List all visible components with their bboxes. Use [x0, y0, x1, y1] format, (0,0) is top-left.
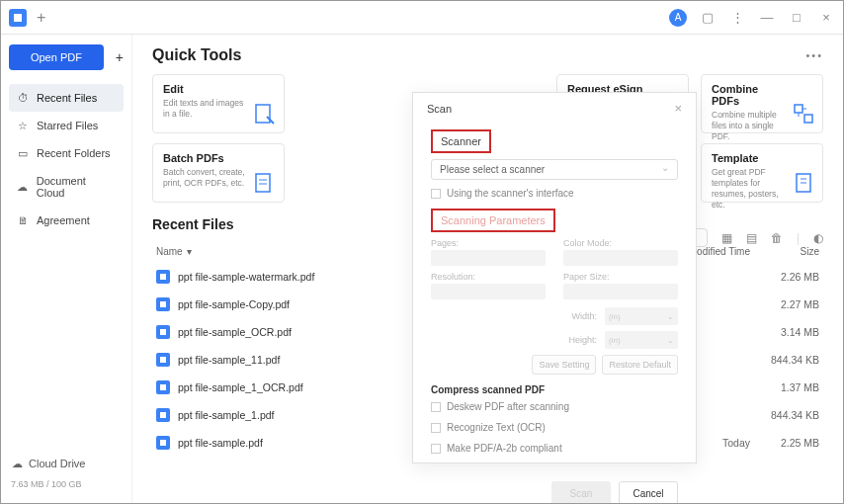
sidebar-item-recent-files[interactable]: ⏱Recent Files	[9, 84, 124, 112]
new-tab-icon[interactable]: +	[37, 9, 45, 27]
grid-large-icon[interactable]: ▦	[721, 231, 732, 245]
cloud-drive[interactable]: ☁ Cloud Drive	[9, 452, 124, 475]
height-input[interactable]: (in)	[605, 331, 678, 349]
card-desc: Edit texts and images in a file.	[163, 98, 250, 120]
pdf-file-icon	[156, 436, 170, 450]
sidebar-item-recent-folders[interactable]: ▭Recent Folders	[9, 139, 124, 167]
quick-tool-combine-pdfs[interactable]: Combine PDFsCombine multiple files into …	[701, 74, 823, 133]
cancel-button[interactable]: Cancel	[619, 481, 678, 503]
paper-size-input[interactable]	[563, 284, 678, 299]
sidebar-item-label: Agreement	[37, 214, 90, 226]
cloud-drive-label: Cloud Drive	[29, 458, 85, 469]
pdf-file-icon	[156, 297, 170, 311]
quick-tool-template[interactable]: TemplateGet great PDF templates for resu…	[701, 143, 823, 203]
kebab-menu-icon[interactable]: ⋮	[728, 10, 746, 25]
card-icon	[793, 103, 814, 125]
scan-dialog: Scan × Scanner Please select a scanner U…	[412, 92, 697, 463]
sidebar-icon: ☁	[17, 181, 29, 193]
save-setting-button[interactable]: Save Setting	[532, 355, 596, 375]
sidebar-icon: ☆	[17, 120, 29, 131]
checkbox-icon	[431, 189, 441, 199]
storage-usage: 7.63 MB / 100 GB	[9, 475, 124, 493]
svg-rect-7	[804, 115, 812, 123]
main-panel: Quick Tools ••• EditEdit texts and image…	[132, 35, 843, 503]
pdf-file-icon	[156, 325, 170, 339]
resolution-label: Resolution:	[431, 272, 546, 282]
col-size-header[interactable]: Size	[750, 246, 819, 257]
svg-rect-0	[256, 105, 270, 123]
card-title: Combine PDFs	[712, 83, 789, 107]
scan-button[interactable]: Scan	[551, 481, 611, 503]
pages-label: Pages:	[431, 238, 546, 248]
scan-params-label: Scanning Parameters	[431, 209, 555, 232]
file-size: 844.34 KB	[750, 354, 819, 366]
svg-rect-1	[256, 174, 270, 192]
close-window-icon[interactable]: ×	[817, 10, 835, 25]
restore-default-button[interactable]: Restore Default	[602, 355, 678, 375]
add-icon[interactable]: +	[116, 49, 124, 65]
file-size: 2.27 MB	[750, 298, 819, 310]
app-logo	[9, 9, 27, 27]
card-title: Edit	[163, 83, 250, 95]
pdf-file-icon	[156, 380, 170, 394]
pane-icon[interactable]: ▢	[699, 10, 717, 25]
quick-tools-title: Quick Tools	[152, 46, 241, 64]
maximize-icon[interactable]: □	[788, 10, 805, 25]
file-size: 844.34 KB	[750, 409, 819, 421]
file-size: 3.14 MB	[750, 326, 819, 338]
ocr-checkbox[interactable]: Recognize Text (OCR)	[431, 422, 678, 433]
use-interface-checkbox[interactable]: Using the scanner's interface	[431, 188, 678, 199]
card-icon	[254, 103, 276, 125]
sidebar-item-label: Starred Files	[37, 120, 98, 131]
sidebar-icon: 🗎	[17, 214, 29, 226]
quick-tool-edit[interactable]: EditEdit texts and images in a file.	[152, 74, 285, 133]
more-icon[interactable]: •••	[805, 49, 823, 61]
color-mode-input[interactable]	[563, 250, 678, 266]
pdfa-checkbox[interactable]: Make PDF/A-2b compliant	[431, 443, 678, 454]
file-size: 1.37 MB	[750, 381, 819, 393]
sidebar-item-document-cloud[interactable]: ☁Document Cloud	[9, 167, 124, 207]
open-pdf-button[interactable]: Open PDF	[9, 44, 104, 70]
scanner-section-label: Scanner	[431, 129, 491, 153]
pdf-file-icon	[156, 408, 170, 422]
resolution-input[interactable]	[431, 284, 546, 299]
height-label: Height:	[548, 335, 597, 345]
minimize-icon[interactable]: —	[758, 10, 776, 25]
svg-rect-6	[795, 105, 802, 113]
pdf-file-icon	[156, 353, 170, 367]
divider: |	[797, 231, 800, 245]
paper-size-label: Paper Size:	[563, 272, 678, 282]
card-title: Batch PDFs	[163, 152, 250, 164]
sidebar-item-label: Document Cloud	[37, 175, 116, 199]
file-size: 2.26 MB	[750, 271, 819, 283]
deskew-checkbox[interactable]: Deskew PDF after scanning	[431, 401, 678, 412]
sidebar-icon: ⏱	[17, 92, 29, 104]
sort-icon: ▾	[187, 246, 192, 257]
pages-input[interactable]	[431, 250, 546, 266]
scanner-select[interactable]: Please select a scanner	[431, 159, 678, 180]
sidebar-item-starred-files[interactable]: ☆Starred Files	[9, 112, 124, 139]
width-label: Width:	[548, 311, 597, 321]
card-icon	[793, 172, 814, 194]
delete-icon[interactable]: 🗑	[771, 231, 783, 245]
sidebar: Open PDF + ⏱Recent Files☆Starred Files▭R…	[1, 35, 132, 503]
width-input[interactable]: (in)	[605, 307, 678, 325]
dialog-title: Scan	[427, 103, 452, 115]
pdf-file-icon	[156, 270, 170, 284]
card-title: Template	[712, 152, 789, 164]
grid-small-icon[interactable]: ▤	[746, 231, 757, 245]
sidebar-item-label: Recent Files	[37, 92, 97, 104]
avatar[interactable]: A	[669, 9, 687, 27]
compress-section-title: Compress scanned PDF	[431, 384, 678, 395]
title-bar: + A ▢ ⋮ — □ ×	[1, 1, 843, 35]
sidebar-item-label: Recent Folders	[37, 147, 111, 159]
refresh-icon[interactable]: ◐	[813, 231, 823, 245]
close-icon[interactable]: ×	[674, 101, 682, 116]
card-desc: Get great PDF templates for resumes, pos…	[712, 167, 789, 210]
card-icon	[254, 172, 276, 194]
quick-tool-batch-pdfs[interactable]: Batch PDFsBatch convert, create, print, …	[152, 143, 285, 203]
sidebar-item-agreement[interactable]: 🗎Agreement	[9, 207, 124, 234]
file-size: 2.25 MB	[750, 437, 819, 449]
cloud-icon: ☁	[11, 458, 23, 469]
card-desc: Combine multiple files into a single PDF…	[712, 110, 789, 142]
